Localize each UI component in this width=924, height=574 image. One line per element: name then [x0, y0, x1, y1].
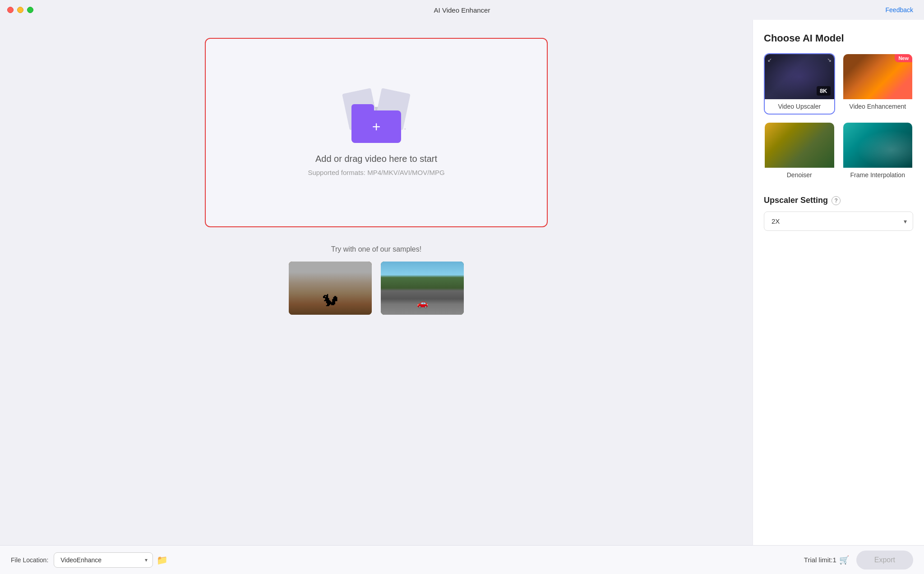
model-card-video-enhancement[interactable]: New Video Enhancement: [842, 53, 914, 115]
setting-label: Upscaler Setting ?: [764, 196, 913, 205]
samples-title: Try with one of our samples!: [331, 245, 421, 253]
traffic-scene-bg: [381, 262, 464, 315]
model-enhancement-label: Video Enhancement: [843, 99, 913, 114]
maximize-button[interactable]: [27, 7, 33, 13]
panel-title: Choose AI Model: [764, 32, 913, 44]
folder-browse-icon: 📁: [157, 555, 168, 565]
file-location-label: File Location:: [11, 556, 48, 564]
trial-limit: Trial limit:1 🛒: [804, 555, 849, 565]
upscaler-setting-select[interactable]: 2X 4X 8X: [764, 211, 913, 231]
app-title: AI Video Enhancer: [434, 6, 490, 14]
setting-select-wrapper: 2X 4X 8X ▾: [764, 211, 913, 231]
export-button[interactable]: Export: [856, 551, 913, 569]
close-button[interactable]: [7, 7, 14, 13]
folder-browse-button[interactable]: 📁: [153, 553, 171, 567]
title-bar: AI Video Enhancer Feedback: [0, 0, 924, 20]
folder-icon-wrapper: + ✦ ·: [345, 89, 408, 143]
feedback-link[interactable]: Feedback: [886, 6, 913, 14]
sample-squirrel[interactable]: [289, 262, 372, 315]
file-location-select[interactable]: VideoEnhance Desktop Documents: [54, 552, 153, 568]
setting-label-text: Upscaler Setting: [764, 196, 828, 205]
bottom-bar: File Location: VideoEnhance Desktop Docu…: [0, 545, 924, 574]
file-location-select-wrapper: VideoEnhance Desktop Documents ▾: [54, 552, 153, 568]
new-badge: New: [895, 54, 912, 62]
folder-plus-icon: +: [372, 119, 381, 134]
drop-zone-title: Add or drag video here to start: [315, 154, 437, 164]
trial-limit-text: Trial limit:1: [804, 556, 836, 564]
main-layout: + ✦ · Add or drag video here to start Su…: [0, 20, 924, 545]
samples-section: Try with one of our samples!: [205, 245, 548, 315]
model-card-denoiser[interactable]: Denoiser: [764, 122, 835, 183]
model-thumb-interpolation: [843, 123, 913, 168]
model-thumb-enhancement: New: [843, 54, 913, 99]
model-denoiser-label: Denoiser: [765, 168, 834, 182]
sample-traffic[interactable]: [381, 262, 464, 315]
model-interpolation-label: Frame Interpolation: [843, 168, 913, 182]
squirrel-scene-bg: [289, 262, 372, 315]
window-controls: [7, 7, 33, 13]
help-icon[interactable]: ?: [832, 196, 841, 205]
arrow-expand-topright: ↘: [827, 57, 832, 63]
cart-icon: 🛒: [839, 555, 849, 565]
model-card-video-upscaler[interactable]: ↙ ↘ 8K Video Upscaler: [764, 53, 835, 115]
upscaler-arrows: ↙ ↘: [767, 57, 832, 63]
model-grid: ↙ ↘ 8K Video Upscaler New Video Enhancem…: [764, 53, 913, 183]
left-panel: + ✦ · Add or drag video here to start Su…: [0, 20, 753, 545]
setting-section: Upscaler Setting ? 2X 4X 8X ▾: [764, 196, 913, 231]
model-thumb-denoiser: [765, 123, 834, 168]
model-upscaler-label: Video Upscaler: [765, 99, 834, 114]
drop-zone-subtitle: Supported formats: MP4/MKV/AVI/MOV/MPG: [308, 169, 444, 176]
sparkle-icon-bottomright: ·: [404, 125, 406, 133]
minimize-button[interactable]: [17, 7, 23, 13]
right-panel: Choose AI Model ↙ ↘ 8K Video Upscaler Ne…: [753, 20, 924, 545]
upscaler-8k-badge: 8K: [817, 86, 831, 96]
model-thumb-upscaler: ↙ ↘ 8K: [765, 54, 834, 99]
folder-front: +: [351, 110, 401, 143]
bottom-right: Trial limit:1 🛒 Export: [804, 551, 913, 569]
arrow-expand-topleft: ↙: [767, 57, 772, 63]
model-card-frame-interpolation[interactable]: Frame Interpolation: [842, 122, 914, 183]
drop-zone[interactable]: + ✦ · Add or drag video here to start Su…: [205, 38, 548, 227]
samples-row: [289, 262, 464, 315]
